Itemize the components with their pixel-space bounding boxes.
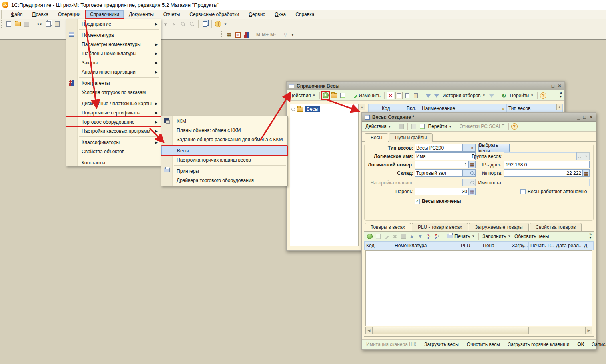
menu-item-cash-program-settings[interactable]: Настройки кассовых программ▶ <box>66 126 161 136</box>
tab-scales[interactable]: Весы <box>365 133 388 142</box>
info-icon[interactable]: i <box>215 20 222 28</box>
menu-documents[interactable]: Документы <box>124 10 158 18</box>
column-sale-date[interactable]: Дата реал... <box>554 241 582 250</box>
select-scales-button[interactable]: Выбрать весы <box>478 144 510 152</box>
copy-row-button[interactable] <box>375 233 382 240</box>
move-down-icon[interactable]: ▼ <box>417 233 424 240</box>
windows-list-icon[interactable] <box>201 20 209 28</box>
menu-item-object-properties[interactable]: Свойства объектов <box>66 147 161 156</box>
menu-item-nomenclature[interactable]: Номенклатура <box>66 30 161 40</box>
table-scroll-up-icon[interactable]: ▲ <box>556 104 562 110</box>
menu-reports[interactable]: Отчеты <box>159 10 184 18</box>
print-menu-button[interactable]: Печать▼ <box>446 233 476 240</box>
column-code[interactable]: Код <box>380 104 405 113</box>
menu-help[interactable]: Справка <box>291 10 319 18</box>
maximize-icon[interactable]: □ <box>552 83 554 89</box>
column-icon[interactable] <box>368 104 380 113</box>
scales-enabled-checkbox[interactable]: ✓ Весы включены <box>415 198 461 204</box>
transfer-icon[interactable] <box>410 123 417 130</box>
add-row-button[interactable] <box>366 233 373 240</box>
load-hotkeys-button[interactable]: Загрузить горячие клавиши <box>504 340 573 348</box>
menu-item-gift-certificates[interactable]: Подарочные сертификаты▶ <box>66 108 161 117</box>
ok-button[interactable]: ОК <box>573 340 588 348</box>
submenu-item-hotkeys-setup[interactable]: Настройка горячих клавиш весов <box>161 155 287 164</box>
reread-icon[interactable] <box>419 123 426 130</box>
user-lock-icon[interactable] <box>243 31 250 38</box>
menu-file[interactable]: Файл <box>6 10 27 18</box>
hierarchy-view-icon[interactable] <box>395 92 403 99</box>
type-select-icon[interactable]: ... <box>462 144 469 152</box>
memory-m-button[interactable]: M <box>256 32 260 38</box>
close-icon[interactable]: ✕ <box>558 83 562 89</box>
new-document-icon[interactable] <box>5 20 12 28</box>
menu-service-processing[interactable]: Сервисные обработки <box>185 10 243 18</box>
wrench-icon[interactable]: ⑂ <box>282 31 289 38</box>
menu-item-orders[interactable]: Заказы▶ <box>66 58 161 67</box>
open-file-icon[interactable] <box>14 20 21 28</box>
memory-m-minus-button[interactable]: M- <box>270 32 276 38</box>
edit-row-button[interactable] <box>383 233 390 240</box>
menu-item-enterprise[interactable]: Предприятие▶ <box>66 19 161 28</box>
combo-dropdown-icon[interactable]: ▾ <box>162 20 169 28</box>
write-button[interactable]: Записать <box>588 340 606 348</box>
goods-table-body[interactable] <box>365 250 592 326</box>
add-item-button[interactable]: + <box>322 92 329 99</box>
menu-item-classifiers[interactable]: Классификаторы▶ <box>66 138 161 147</box>
menu-item-nomenclature-templates[interactable]: Шаблоны номенклатуры▶ <box>66 49 161 58</box>
h-scrollbar[interactable]: ◀ ▶ <box>365 327 592 334</box>
group-clear-icon[interactable]: × <box>583 152 590 160</box>
add-group-button[interactable] <box>331 92 338 99</box>
calendar-icon[interactable]: 31 <box>234 31 241 38</box>
paste-icon[interactable] <box>54 20 61 28</box>
end-edit-icon[interactable] <box>400 233 407 240</box>
tab-loaded-goods[interactable]: Загружаемые товары <box>469 223 528 231</box>
toolbar-grip[interactable] <box>1 20 2 28</box>
copy-item-button[interactable] <box>339 92 346 99</box>
sort-asc-button[interactable]: АЯ↓ <box>425 233 432 240</box>
tree-scroll-up-icon[interactable]: ▲ <box>359 104 365 110</box>
save-record-icon[interactable] <box>398 123 405 130</box>
port-input[interactable]: 22 222 <box>504 169 583 177</box>
copy-icon[interactable] <box>45 20 52 28</box>
submenu-item-scales[interactable]: Весы <box>161 146 287 155</box>
find-next-icon[interactable] <box>179 20 187 28</box>
password-input[interactable]: 30 <box>415 188 469 195</box>
column-enabled[interactable]: Вкл. <box>405 104 420 113</box>
column-scales-type[interactable]: Тип весов <box>507 104 563 113</box>
minimize-icon[interactable]: _ <box>546 83 548 89</box>
submenu-item-printers[interactable]: Принтеры <box>161 166 287 176</box>
maximize-icon[interactable]: □ <box>583 114 586 120</box>
menu-catalogs[interactable]: Справочники <box>86 10 124 18</box>
filter-clear-icon[interactable] <box>488 92 495 99</box>
type-clear-icon[interactable]: × <box>469 144 476 152</box>
move-up-icon[interactable]: ▲ <box>408 233 415 240</box>
cut-icon[interactable]: ✂ <box>36 20 43 28</box>
menu-item-shipment-terms[interactable]: Условия отгрузок по заказам <box>66 88 161 97</box>
column-loaded[interactable]: Загру... <box>510 241 529 250</box>
close-icon[interactable]: ✕ <box>589 114 593 120</box>
menu-item-discount-cards[interactable]: Дисконтные / платежные карты▶ <box>66 99 161 108</box>
scroll-left-icon[interactable]: ◀ <box>366 327 373 334</box>
help-icon[interactable]: ? <box>511 123 518 130</box>
menu-windows[interactable]: Окна <box>270 10 290 18</box>
scales-tree-panel[interactable]: Весы <box>290 104 359 246</box>
combo-clear-icon[interactable]: × <box>171 20 178 28</box>
menu-service[interactable]: Сервис <box>244 10 269 18</box>
filter-setup-icon[interactable] <box>425 92 432 99</box>
catalog-window-titlebar[interactable]: Справочник Весы _ □ ✕ <box>287 82 564 90</box>
toolbar2-grip[interactable] <box>221 31 223 38</box>
submenu-item-drivers[interactable]: Драйвера торгового оборудования <box>161 176 287 185</box>
tab-paths-files[interactable]: Пути и файлы <box>389 133 433 142</box>
find-prev-icon[interactable] <box>188 20 195 28</box>
clear-scales-button[interactable]: Очистить весы <box>463 340 504 348</box>
toolbar-overflow-icon[interactable]: »▼ <box>559 91 562 99</box>
menu-item-trade-equipment[interactable]: Торговое оборудование▶ <box>66 117 161 126</box>
refresh-icon[interactable]: ↻ <box>500 92 508 99</box>
filter-history-button[interactable]: История отборов▼ <box>441 92 487 99</box>
goods-toolbar-overflow-icon[interactable]: »▼ <box>589 232 592 240</box>
type-input[interactable]: Весы РС200 <box>415 144 463 152</box>
imitate-scanner-button[interactable]: Имитация сканера ШК <box>362 340 420 348</box>
help-icon[interactable]: ? <box>540 92 546 99</box>
menu-item-nomenclature-params[interactable]: Параметры номенклатуры▶ <box>66 40 161 49</box>
menu-item-inventory-analysis[interactable]: Анализ инвентаризации▶ <box>66 67 161 76</box>
